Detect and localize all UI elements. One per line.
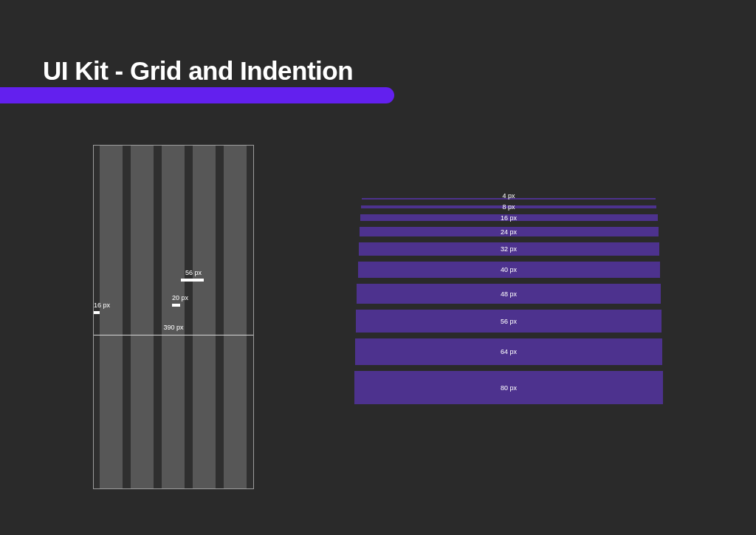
grid-columns — [94, 146, 253, 488]
spacing-label: 4 px — [502, 192, 515, 200]
spacing-label: 8 px — [502, 203, 515, 211]
grid-margin-left — [94, 146, 100, 488]
spacing-16: 16 px — [354, 214, 663, 221]
spacing-label: 24 px — [501, 228, 517, 236]
grid-gutter — [123, 146, 131, 488]
grid-column — [224, 146, 247, 488]
margin-width-marker — [94, 311, 100, 314]
grid-preview-panel: 56 px 20 px 16 px 390 px — [93, 145, 254, 489]
full-width-label: 390 px — [163, 324, 183, 331]
spacing-56: 56 px — [354, 310, 663, 333]
grid-gutter — [185, 146, 193, 488]
spacing-32: 32 px — [354, 242, 663, 256]
spacing-label: 48 px — [501, 290, 517, 298]
spacing-48: 48 px — [354, 284, 663, 304]
grid-column — [193, 146, 216, 488]
spacing-label: 16 px — [501, 214, 517, 222]
spacing-scale: 4 px 8 px 16 px 24 px 32 px 40 px 48 px — [354, 198, 663, 410]
spacing-4: 4 px — [354, 198, 663, 200]
spacing-label: 64 px — [501, 348, 517, 355]
grid-gutter — [216, 146, 224, 488]
grid-column — [100, 146, 123, 488]
spacing-40: 40 px — [354, 262, 663, 278]
grid-column — [162, 146, 185, 488]
gutter-width-marker — [172, 304, 180, 307]
grid-gutter — [154, 146, 162, 488]
spacing-8: 8 px — [354, 205, 663, 208]
spacing-label: 56 px — [501, 318, 517, 325]
gutter-width-label: 20 px — [172, 294, 188, 301]
spacing-24: 24 px — [354, 227, 663, 236]
spacing-label: 40 px — [501, 266, 517, 273]
margin-width-label: 16 px — [94, 301, 110, 309]
full-width-measure-line — [94, 335, 253, 335]
column-width-marker — [181, 279, 204, 282]
spacing-label: 32 px — [501, 245, 517, 253]
grid-column — [131, 146, 154, 488]
column-width-label: 56 px — [185, 269, 202, 276]
spacing-80: 80 px — [354, 371, 663, 404]
grid-margin-right — [247, 146, 252, 488]
title-underline — [0, 87, 394, 103]
spacing-label: 80 px — [501, 384, 517, 392]
page-title: UI Kit - Grid and Indention — [43, 56, 353, 86]
slide: UI Kit - Grid and Indention 56 px 20 px … — [0, 0, 756, 535]
spacing-64: 64 px — [354, 338, 663, 365]
